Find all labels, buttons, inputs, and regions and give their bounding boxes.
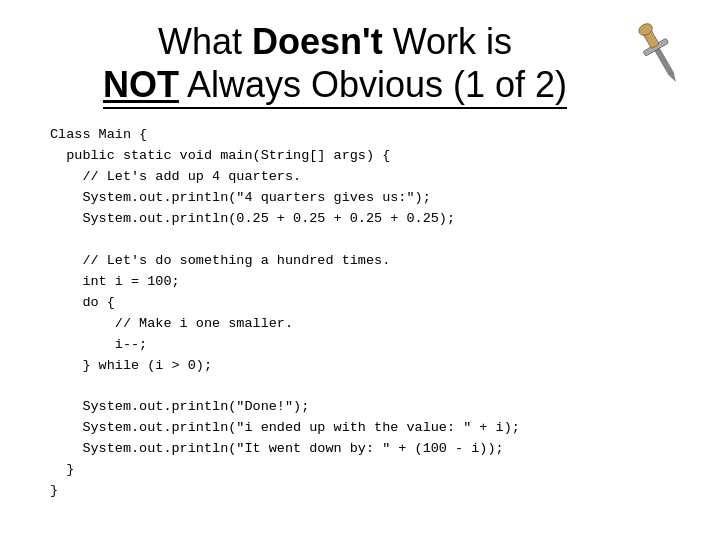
code-line: // Let's add up 4 quarters.: [50, 167, 690, 188]
title-line2: NOT Always Obvious (1 of 2): [40, 63, 630, 109]
title-always: Always Obvious (1 of 2): [179, 64, 567, 105]
title-doesnt: Doesn't: [252, 21, 383, 62]
code-line: public static void main(String[] args) {: [50, 146, 690, 167]
code-line: // Make i one smaller.: [50, 314, 690, 335]
title-what: What: [158, 21, 252, 62]
code-line: do {: [50, 293, 690, 314]
code-line: }: [50, 460, 690, 481]
code-line: } while (i > 0);: [50, 356, 690, 377]
code-line: System.out.println("4 quarters gives us:…: [50, 188, 690, 209]
code-line: [50, 376, 690, 397]
sword-icon: [635, 18, 690, 98]
code-block: Class Main { public static void main(Str…: [40, 125, 690, 502]
title-not: NOT: [103, 64, 179, 105]
code-line: [50, 230, 690, 251]
title-area: What Doesn't Work is NOT Always Obvious …: [40, 20, 690, 109]
code-line: System.out.println(0.25 + 0.25 + 0.25 + …: [50, 209, 690, 230]
code-line: int i = 100;: [50, 272, 690, 293]
code-line: System.out.println("It went down by: " +…: [50, 439, 690, 460]
slide: What Doesn't Work is NOT Always Obvious …: [0, 0, 720, 540]
code-line: System.out.println("i ended up with the …: [50, 418, 690, 439]
title-work-is: Work is: [383, 21, 512, 62]
code-line: // Let's do something a hundred times.: [50, 251, 690, 272]
title-line1: What Doesn't Work is: [40, 20, 630, 63]
code-line: Class Main {: [50, 125, 690, 146]
code-line: }: [50, 481, 690, 502]
code-line: System.out.println("Done!");: [50, 397, 690, 418]
code-line: i--;: [50, 335, 690, 356]
